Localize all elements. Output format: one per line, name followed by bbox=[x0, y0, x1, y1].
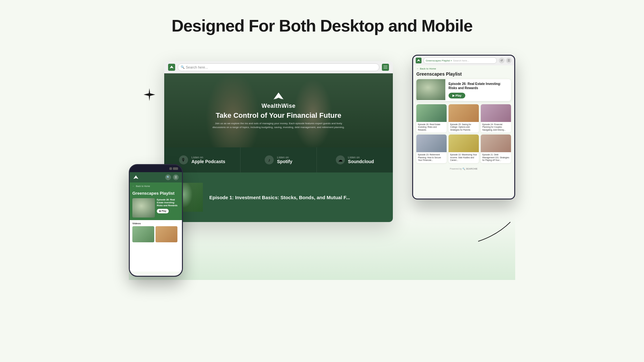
episode-info: Episode 1: Investment Basics: Stocks, Bo… bbox=[203, 190, 356, 205]
phone-featured-episode-title: Episode 26: Real Estate Investing: Risks… bbox=[157, 198, 179, 207]
browser-chrome: 🔍 Search here... bbox=[164, 61, 393, 73]
tablet-grid-item-3[interactable]: Episode 24: Financial Planning for Coupl… bbox=[481, 104, 511, 133]
tablet-content: ← Back to Home Greenscapes Playlist Epis… bbox=[413, 65, 514, 199]
phone-logo-bar: 🔍 ☰ bbox=[130, 172, 182, 182]
tablet-episodes-grid: Episode 26: Real Estate Investing: Risks… bbox=[413, 104, 514, 166]
tablet-caption-1: Episode 26: Real Estate Investing: Risks… bbox=[416, 122, 447, 133]
listen-on-label-2: Listen on bbox=[277, 156, 292, 159]
phone-featured-info: Episode 26: Real Estate Investing: Risks… bbox=[157, 198, 179, 218]
tablet-caption-5: Episode 22: Maximizing Your Income: Side… bbox=[449, 152, 479, 163]
phone-videos-label: Videos bbox=[130, 220, 182, 226]
tablet-caption-2: Episode 25: Saving for College: Options … bbox=[449, 122, 479, 133]
browser-logo bbox=[168, 64, 175, 71]
tablet-thumb-4 bbox=[416, 135, 447, 152]
listen-on-label-3: Listen on bbox=[348, 156, 374, 159]
tablet-playlist-title: Greenscapes Playlist bbox=[413, 71, 514, 79]
phone-video-thumb-1 bbox=[132, 226, 154, 242]
spotify-icon: ♪ bbox=[265, 155, 274, 164]
tablet-search-placeholder: Search here... bbox=[453, 59, 495, 62]
apple-podcasts-icon: 🎙 bbox=[179, 155, 188, 164]
tablet-grid-item-5[interactable]: Episode 22: Maximizing Your Income: Side… bbox=[449, 135, 479, 163]
browser-menu-button[interactable] bbox=[382, 64, 389, 71]
tablet-featured-episode-title: Episode 26: Real Estate Investing: Risks… bbox=[449, 82, 508, 90]
phone-featured-thumbnail bbox=[132, 198, 155, 218]
spotify-text: Listen on Spotify bbox=[277, 156, 292, 164]
tablet-featured-thumbnail bbox=[416, 79, 445, 100]
tablet-grid-item-2[interactable]: Episode 25: Saving for College: Options … bbox=[449, 104, 479, 133]
phone-content: ← Back to Home Greenscapes Playlist Epis… bbox=[130, 182, 182, 276]
phone-notch bbox=[130, 165, 182, 172]
tablet-play-button[interactable]: ▶ Play bbox=[449, 93, 465, 98]
tablet-thumb-5 bbox=[449, 135, 479, 152]
devices-showcase: 🔍 ☰ ← Back to Home Greenscapes Playlist … bbox=[129, 55, 515, 280]
soundcloud-label: Soundcloud bbox=[348, 159, 374, 164]
hero-section: WealthWise Take Control of Your Financia… bbox=[164, 73, 393, 147]
tablet-caption-3: Episode 24: Financial Planning for Coupl… bbox=[481, 122, 511, 133]
phone-search-icon[interactable]: 🔍 bbox=[165, 174, 171, 180]
listen-soundcloud[interactable]: ☁ Listen on Soundcloud bbox=[317, 147, 393, 172]
phone-device: 🔍 ☰ ← Back to Home Greenscapes Playlist … bbox=[129, 164, 183, 277]
listen-spotify[interactable]: ♪ Listen on Spotify bbox=[241, 147, 317, 172]
tablet-thumb-2 bbox=[449, 104, 479, 122]
tablet-caption-4: Episode 23: Retirement Planning: How to … bbox=[416, 152, 447, 163]
deco-curve-right bbox=[472, 216, 514, 248]
tablet-menu-icon[interactable]: ☰ bbox=[506, 58, 512, 63]
tablet-powered-by: Powered by 🔍 SEARCHIE bbox=[413, 166, 514, 172]
browser-content: WealthWise Take Control of Your Financia… bbox=[164, 73, 393, 222]
phone-back-text: Back to Home bbox=[136, 185, 150, 187]
soundcloud-icon: ☁ bbox=[336, 155, 345, 164]
tablet-featured-info: Episode 26: Real Estate Investing: Risks… bbox=[445, 79, 511, 101]
tablet-logo bbox=[416, 58, 421, 63]
hero-brand-name: WealthWise bbox=[261, 103, 296, 109]
phone-featured-section: Episode 26: Real Estate Investing: Risks… bbox=[130, 198, 182, 220]
episode-section: Episode 1: Investment Basics: Stocks, Bo… bbox=[164, 172, 393, 222]
tablet-chrome: Greenscapes Playlist × Search here... ↺ … bbox=[413, 56, 514, 65]
hero-tagline: Take Control of Your Financial Future bbox=[216, 111, 341, 120]
tablet-grid-item-1[interactable]: Episode 26: Real Estate Investing: Risks… bbox=[416, 104, 447, 133]
phone-video-grid bbox=[130, 226, 182, 242]
phone-menu-icon[interactable]: ☰ bbox=[173, 174, 179, 180]
tablet-grid-item-4[interactable]: Episode 23: Retirement Planning: How to … bbox=[416, 135, 447, 163]
tablet-thumb-6 bbox=[481, 135, 511, 152]
tablet-thumb-3 bbox=[481, 104, 511, 122]
phone-playlist-title: Greenscapes Playlist bbox=[130, 190, 182, 198]
browser-search-placeholder: Search here... bbox=[186, 65, 208, 69]
deco-green-blob bbox=[129, 216, 515, 280]
spotify-label: Spotify bbox=[277, 159, 292, 164]
tablet-caption-6: Episode 21: Debt Management 101: Strateg… bbox=[481, 152, 511, 163]
tablet-thumb-1 bbox=[416, 104, 447, 122]
tablet-back-bar[interactable]: ← Back to Home bbox=[413, 65, 514, 71]
deco-star-left bbox=[142, 87, 157, 104]
tablet-refresh-icon[interactable]: ↺ bbox=[499, 58, 505, 63]
hero-logo-area: WealthWise bbox=[261, 92, 296, 109]
episode-title: Episode 1: Investment Basics: Stocks, Bo… bbox=[209, 195, 350, 200]
apple-podcasts-label: Apple Podcasts bbox=[191, 159, 225, 164]
apple-podcasts-text: Listen on Apple Podcasts bbox=[191, 156, 225, 164]
listen-section: 🎙 Listen on Apple Podcasts ♪ Listen on S… bbox=[164, 147, 393, 172]
tablet-grid-item-6[interactable]: Episode 21: Debt Management 101: Strateg… bbox=[481, 135, 511, 163]
listen-on-label-1: Listen on bbox=[191, 156, 225, 159]
tablet-back-text: Back to Home bbox=[420, 67, 436, 70]
desktop-browser: 🔍 Search here... WealthWise bbox=[164, 61, 393, 222]
soundcloud-text: Listen on Soundcloud bbox=[348, 156, 374, 164]
hero-subtitle: Join us as we explore the ins and outs o… bbox=[211, 122, 346, 129]
tablet-featured-card: Episode 26: Real Estate Investing: Risks… bbox=[416, 79, 511, 101]
phone-back-bar[interactable]: ← Back to Home bbox=[130, 182, 182, 190]
hero-overlay bbox=[164, 73, 393, 147]
tablet-search-bar[interactable]: Greenscapes Playlist × Search here... bbox=[423, 57, 497, 64]
phone-video-thumb-2 bbox=[156, 226, 177, 242]
phone-logo bbox=[133, 175, 139, 180]
tablet-device: Greenscapes Playlist × Search here... ↺ … bbox=[412, 55, 515, 200]
tablet-right-icons: ↺ ☰ bbox=[499, 58, 512, 63]
phone-play-button[interactable]: ▶ Play bbox=[157, 209, 169, 213]
browser-search-bar[interactable]: 🔍 Search here... bbox=[178, 63, 379, 71]
phone-icons-right: 🔍 ☰ bbox=[165, 174, 179, 180]
page-title: Designed For Both Desktop and Mobile bbox=[172, 16, 473, 35]
